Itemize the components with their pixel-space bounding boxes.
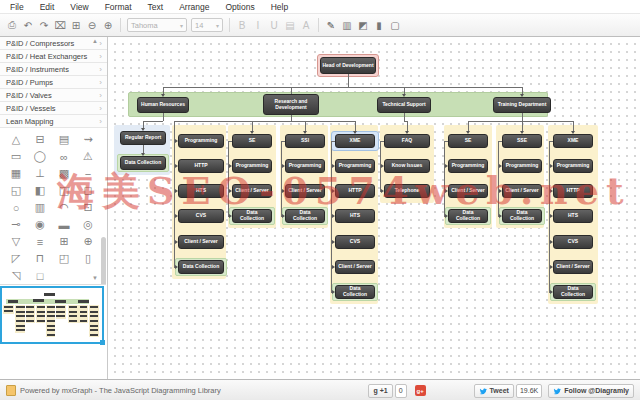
viewport-resize-handle[interactable] <box>100 340 105 345</box>
truck-icon[interactable]: ⊞ <box>52 233 76 250</box>
level2-band[interactable] <box>128 92 548 117</box>
kaizen-burst-icon[interactable]: ⚠ <box>76 148 100 165</box>
org-node[interactable]: Client / Server <box>285 184 325 198</box>
org-node[interactable]: Data Collection <box>448 209 488 223</box>
org-node[interactable]: Client / Server <box>232 184 272 198</box>
split-process-icon[interactable]: ◫ <box>52 182 76 199</box>
image-icon[interactable]: ▥ <box>339 17 355 33</box>
org-node[interactable]: CVS <box>335 235 375 249</box>
org-node[interactable]: Client / Server <box>448 184 488 198</box>
menu-help[interactable]: Help <box>263 2 296 12</box>
corner-tl-icon[interactable]: ◸ <box>4 250 28 267</box>
sidebar-section-lean-mapping[interactable]: Lean Mapping› <box>0 115 107 128</box>
org-node[interactable]: HTS <box>553 209 593 223</box>
background-color-icon[interactable]: ▤ <box>282 17 298 33</box>
font-select[interactable]: Tahoma▾ <box>127 18 187 32</box>
org-node[interactable]: SSI <box>285 134 325 148</box>
scroll-up-icon[interactable]: ▲ <box>92 38 98 44</box>
half-shaded-icon[interactable]: ◧ <box>28 182 52 199</box>
org-node[interactable]: FAQ <box>384 134 430 148</box>
heijunka-icon[interactable]: ⊟ <box>28 131 52 148</box>
org-node[interactable]: Programming <box>335 159 375 173</box>
print-icon[interactable]: ⎙ <box>4 17 20 33</box>
safety-stock-icon[interactable]: △ <box>4 131 28 148</box>
org-node[interactable]: Data Collection <box>178 260 224 274</box>
sidebar-section-p-id-valves[interactable]: P&ID / Valves› <box>0 89 107 102</box>
push-arrow-icon[interactable]: ⊸ <box>4 216 28 233</box>
org-node[interactable]: Research and Development <box>263 94 319 115</box>
gplus-one-button[interactable]: g +1 <box>368 384 392 398</box>
electronic-info-icon[interactable]: ⇝ <box>76 131 100 148</box>
process-box-icon[interactable]: ◻ <box>76 182 100 199</box>
outline-viewport[interactable] <box>0 286 104 344</box>
scroll-down-icon[interactable]: ▼ <box>92 275 98 281</box>
org-node[interactable]: Human Resources <box>137 97 189 113</box>
org-node[interactable]: Training Department <box>493 97 551 113</box>
org-node[interactable]: Know Issues <box>384 159 430 173</box>
menu-text[interactable]: Text <box>140 2 172 12</box>
font-size-select[interactable]: 14▾ <box>191 18 223 32</box>
org-node[interactable]: CVS <box>553 235 593 249</box>
google-plus-icon[interactable]: g+ <box>415 385 426 396</box>
font-color-icon[interactable]: A <box>298 17 314 33</box>
fill-color-icon[interactable]: ◩ <box>355 17 371 33</box>
outline-panel[interactable] <box>0 284 106 347</box>
menu-edit[interactable]: Edit <box>32 2 63 12</box>
inventory-icon[interactable]: ▭ <box>4 148 28 165</box>
sidebar-section-p-id-vessels[interactable]: P&ID / Vessels› <box>0 102 107 115</box>
arc-icon[interactable]: ◠ <box>52 199 76 216</box>
vertical-box-icon[interactable]: ▯ <box>76 250 100 267</box>
org-node[interactable]: HTS <box>335 209 375 223</box>
underline-icon[interactable]: U <box>266 17 282 33</box>
org-node[interactable]: XME <box>335 134 375 148</box>
menu-file[interactable]: File <box>2 2 32 12</box>
corner-process-icon[interactable]: ◱ <box>4 182 28 199</box>
org-node[interactable]: Client / Server <box>335 260 375 274</box>
workstation-icon[interactable]: ⊥ <box>28 165 52 182</box>
org-node[interactable]: HTS <box>178 184 224 198</box>
org-node[interactable]: Client / Server <box>178 235 224 249</box>
sidebar-section-p-id-compressors[interactable]: P&ID / Compressors› <box>0 37 107 50</box>
timeline-icon[interactable]: − <box>76 165 100 182</box>
zoom-out-icon[interactable]: ⊖ <box>84 17 100 33</box>
org-node[interactable]: Programming <box>448 159 488 173</box>
sidebar-section-p-id-pumps[interactable]: P&ID / Pumps› <box>0 76 107 89</box>
org-node[interactable]: HTTP <box>178 159 224 173</box>
operator-icon[interactable]: ∞ <box>52 148 76 165</box>
org-node[interactable]: Data Collection <box>120 156 166 170</box>
menu-view[interactable]: View <box>62 2 96 12</box>
corner-tr-icon[interactable]: ◹ <box>4 267 28 284</box>
u-cell-icon[interactable]: ⊓ <box>28 250 52 267</box>
inverted-triangle-icon[interactable]: ▽ <box>4 233 28 250</box>
org-node[interactable]: SE <box>448 134 488 148</box>
quarter-box-icon[interactable]: ◰ <box>52 250 76 267</box>
undo-icon[interactable]: ↶ <box>20 17 36 33</box>
delete-icon[interactable]: ⌧ <box>52 17 68 33</box>
fifo-lane-icon[interactable]: ≡ <box>28 233 52 250</box>
crosshatch-icon[interactable]: ▩ <box>52 165 76 182</box>
fit-page-icon[interactable]: ⊞ <box>68 17 84 33</box>
org-node[interactable]: Data Collection <box>502 209 542 223</box>
menu-options[interactable]: Options <box>217 2 262 12</box>
org-node[interactable]: Regular Report <box>120 131 166 145</box>
redo-icon[interactable]: ↷ <box>36 17 52 33</box>
org-node[interactable]: Client / Server <box>553 260 593 274</box>
shipment-icon[interactable]: ▦ <box>4 165 28 182</box>
oval-process-icon[interactable]: ◯ <box>28 148 52 165</box>
org-node[interactable]: Data Collection <box>553 285 593 299</box>
plus-circle-icon[interactable]: ⊕ <box>76 233 100 250</box>
striped-box-icon[interactable]: ▥ <box>28 199 52 216</box>
org-node[interactable]: Client / Server <box>502 184 542 198</box>
supermarket-icon[interactable]: ◉ <box>28 216 52 233</box>
kanban-post-icon[interactable]: ⊡ <box>76 199 100 216</box>
org-node[interactable]: Programming <box>178 134 224 148</box>
org-node[interactable]: HTTP <box>335 184 375 198</box>
signal-kanban-icon[interactable]: ◎ <box>76 216 100 233</box>
org-node[interactable]: CVS <box>178 209 224 223</box>
org-node[interactable]: Programming <box>232 159 272 173</box>
org-node[interactable]: XME <box>553 134 593 148</box>
org-node[interactable]: Programming <box>285 159 325 173</box>
shadow-icon[interactable]: ▮ <box>371 17 387 33</box>
diagram-canvas[interactable]: Head of DevelopmentHuman ResourcesRegula… <box>108 37 640 379</box>
org-node[interactable]: SSE <box>502 134 542 148</box>
